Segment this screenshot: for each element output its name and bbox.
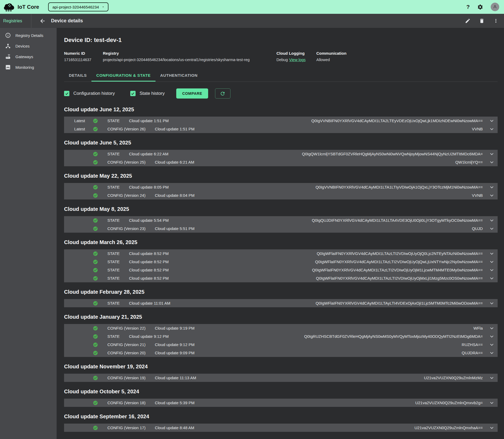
expand-chevron-down-icon[interactable] [489,159,495,165]
history-row[interactable]: CONFIG (Version 24)Cloud update 8:04 PMV… [64,191,498,199]
state-history-checkbox[interactable] [130,91,136,96]
tab-details[interactable]: DETAILS [64,70,91,82]
history-row[interactable]: CONFIG (Version 23)Cloud update 5:51 PMQ… [64,224,498,233]
history-row-group: CONFIG (Version 18)Cloud update 5:39 PMU… [64,399,498,407]
expand-chevron-down-icon[interactable] [489,325,495,331]
expand-chevron-down-icon[interactable] [489,151,495,157]
history-row[interactable]: CONFIG (Version 18)Cloud update 5:39 PMU… [64,399,498,407]
edit-pencil-icon[interactable] [465,18,471,24]
entry-update-time: Cloud update 8:05 PM [129,185,169,189]
history-row[interactable]: CONFIG (Version 22)Cloud update 9:19 PMW… [64,324,498,332]
entry-kind-label: STATE [107,152,120,156]
expand-chevron-down-icon[interactable] [489,267,495,273]
history-row[interactable]: CONFIG (Version 19)Cloud update 11:13 AM… [64,374,498,382]
check-circle-icon [93,301,98,306]
expand-chevron-down-icon[interactable] [489,118,495,124]
expand-chevron-down-icon[interactable] [489,400,495,406]
sidebar-item-devices[interactable]: Devices [0,41,57,51]
tab-configuration-state[interactable]: CONFIGURATION & STATE [91,70,155,82]
help-icon[interactable]: ? [466,4,470,10]
router-icon [5,54,11,59]
back-arrow-icon[interactable] [39,18,46,24]
history-row-group: STATECloud update 6:22 AMQ0IgQW1lcmljYSB… [64,150,498,166]
section-date-heading: Cloud update June 5, 2025 [64,140,498,146]
sidebar-item-monitoring[interactable]: Monitoring [0,62,57,73]
entry-update-time: Cloud update 8:48 AM [155,425,194,430]
state-history-label: State history [140,91,165,96]
entry-encoded-value: Q0IgWFlaIFN0YXRlVGV4dCAyMDI1LTAzLTI2VDIw… [316,276,483,280]
check-circle-icon [93,375,98,381]
expand-chevron-down-icon[interactable] [489,259,495,265]
refresh-button[interactable] [215,88,230,99]
sidebar-item-gateways[interactable]: Gateways [0,51,57,62]
user-avatar[interactable]: A [491,3,499,11]
check-circle-icon [93,400,98,406]
expand-chevron-down-icon[interactable] [489,333,495,340]
history-row[interactable]: STATECloud update 8:52 PMQ0IgWFlaIFN0YXR… [64,266,498,274]
history-row[interactable]: STATECloud update 8:52 PMQ0IgWFlaIFN0YXR… [64,258,498,266]
history-row[interactable]: CONFIG (Version 25)Cloud update 6:21 AMQ… [64,158,498,166]
section-date-heading: Cloud update November 19, 2024 [64,364,498,370]
check-circle-icon [93,218,98,223]
expand-chevron-down-icon[interactable] [489,350,495,356]
history-section: Cloud update October 5, 2024CONFIG (Vers… [64,389,498,407]
registries-context-label[interactable]: Registries [0,19,31,23]
expand-chevron-down-icon[interactable] [489,192,495,199]
history-row[interactable]: LatestSTATECloud update 1:51 PMQ0IgVVNBI… [64,117,498,125]
expand-chevron-down-icon[interactable] [489,342,495,348]
entry-update-time: Cloud update 6:21 AM [155,160,194,164]
entry-kind-label: STATE [107,268,120,272]
history-row[interactable]: CONFIG (Version 17)Cloud update 8:48 AMU… [64,424,498,432]
history-row[interactable]: STATECloud update 5:54 PMQ0IgQUJDIFN0YXR… [64,216,498,224]
entry-encoded-value: RUZHSA== [462,342,483,347]
history-row[interactable]: STATECloud update 6:22 AMQ0IgQW1lcmljYSB… [64,150,498,158]
entry-encoded-value: Q0IgRUZHSCBTdGF0ZVRleHQgMjAyNS0wMS0yMVQy… [304,334,483,339]
settings-gear-icon[interactable] [477,4,483,10]
history-row[interactable]: STATECloud update 9:12 PMQ0IgRUZHSCBTdGF… [64,332,498,340]
configuration-history-label: Configuration history [73,91,115,96]
check-circle-icon [93,118,98,123]
history-section: Cloud update June 12, 2025LatestSTATEClo… [64,106,498,133]
history-row[interactable]: STATECloud update 8:52 PMQ0IgWFlaIFN0YXR… [64,249,498,258]
more-options-kebab-icon[interactable] [493,18,499,24]
entry-kind-label: STATE [107,334,120,339]
expand-chevron-down-icon[interactable] [489,425,495,431]
history-row[interactable]: CONFIG (Version 20)Cloud update 9:09 PMQ… [64,349,498,357]
history-row[interactable]: CONFIG (Version 21)Cloud update 9:12 PMR… [64,340,498,349]
view-logs-link[interactable]: View logs [289,58,306,62]
configuration-history-checkbox[interactable] [64,91,69,96]
history-row[interactable]: LatestCONFIG (Version 26)Cloud update 1:… [64,125,498,133]
cloud-logging-label: Cloud Logging [276,51,316,56]
entry-kind-label: CONFIG (Version 23) [107,226,145,231]
expand-chevron-down-icon[interactable] [489,217,495,224]
delete-trash-icon[interactable] [479,18,485,24]
iot-core-logo-icon [3,2,15,12]
history-row-group: CONFIG (Version 19)Cloud update 11:13 AM… [64,374,498,382]
project-selector[interactable]: api-project-320446546234 [48,2,108,11]
tab-authentication[interactable]: AUTHENTICATION [156,70,203,82]
history-row[interactable]: STATECloud update 8:52 PMQ0IgWFlaIFN0YXR… [64,274,498,282]
compare-button[interactable]: COMPARE [176,88,208,99]
entry-kind-label: CONFIG (Version 22) [107,326,145,330]
sidebar-item-label: Devices [15,44,30,48]
expand-chevron-down-icon[interactable] [489,275,495,282]
check-circle-icon [93,342,98,347]
expand-chevron-down-icon[interactable] [489,300,495,306]
entry-kind-label: CONFIG (Version 18) [107,400,145,405]
history-row[interactable]: STATECloud update 11:01 AMQ0IgWFlaIFN0YX… [64,299,498,307]
entry-update-time: Cloud update 11:01 AM [129,301,170,305]
history-row-group: STATECloud update 8:05 PMQ0IgVVNBIFN0YXR… [64,183,498,199]
expand-chevron-down-icon[interactable] [489,375,495,381]
history-row[interactable]: STATECloud update 8:05 PMQ0IgVVNBIFN0YXR… [64,183,498,191]
sidebar-item-registry-details[interactable]: Registry Details [0,30,57,41]
numeric-id-value: 1716531114637 [64,58,103,62]
expand-chevron-down-icon[interactable] [489,184,495,190]
expand-chevron-down-icon[interactable] [489,225,495,232]
section-date-heading: Cloud update May 22, 2025 [64,173,498,179]
expand-chevron-down-icon[interactable] [489,250,495,257]
entry-kind-label: CONFIG (Version 25) [107,160,145,164]
entry-kind-label: STATE [107,276,120,280]
communication-label: Communication [316,51,346,56]
expand-chevron-down-icon[interactable] [489,126,495,132]
section-date-heading: Cloud update May 8, 2025 [64,206,498,212]
